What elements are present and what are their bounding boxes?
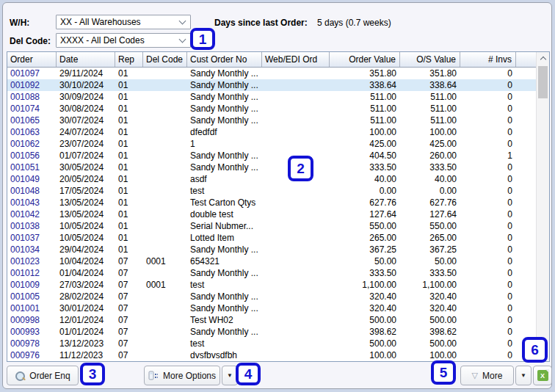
table-cell: Serial Nubmer... xyxy=(187,220,262,232)
table-cell xyxy=(262,185,330,197)
table-row[interactable]: 00103429/04/202401Sandy Monthly ...367.2… xyxy=(7,244,536,255)
orders-table: Order Date Rep Del Code Cust Order No We… xyxy=(7,51,550,362)
table-cell: 29/11/2024 xyxy=(57,68,115,79)
column-header-filler xyxy=(516,52,536,67)
table-row[interactable]: 00100130/01/202407Sandy Monthly ...320.4… xyxy=(7,302,536,314)
table-cell xyxy=(262,197,330,208)
table-cell: 001092 xyxy=(7,79,57,91)
table-cell: 50.00 xyxy=(330,255,400,267)
table-row[interactable]: 00104817/05/202401test0.000.000 xyxy=(7,185,536,197)
table-cell-filler xyxy=(516,326,536,338)
table-cell: 100.00 xyxy=(400,126,460,138)
table-row[interactable]: 00100927/03/2024070001test1,100.001,100.… xyxy=(7,279,536,291)
table-row[interactable]: 00105601/07/202401Sandy Monthly ...404.5… xyxy=(7,150,536,161)
table-cell-filler xyxy=(516,302,536,314)
table-row[interactable]: 00109230/10/202401Sandy Monthly ...338.6… xyxy=(7,79,536,91)
more-options-button-label: More Options xyxy=(163,371,216,381)
table-cell: 511.00 xyxy=(400,115,460,126)
export-to-excel-button[interactable] xyxy=(533,366,552,385)
table-row[interactable]: 00097813/12/202307test500.00500.000 xyxy=(7,338,536,349)
table-row[interactable]: 00097611/12/202307dvsfbvsdfbh100.00100.0… xyxy=(7,349,536,361)
column-header-num-invs[interactable]: # Invs xyxy=(460,52,516,67)
table-cell: Sandy Monthly ... xyxy=(187,103,262,115)
del-code-select[interactable]: XXXX - All Del Codes xyxy=(56,33,191,48)
table-cell: 07 xyxy=(115,349,143,361)
table-row[interactable]: 00109729/11/202401Sandy Monthly ...351.8… xyxy=(7,68,536,79)
table-row[interactable]: 00102310/04/202407000165432150.0050.000 xyxy=(7,255,536,267)
column-header-os-value[interactable]: O/S Value xyxy=(400,52,460,67)
warehouse-select[interactable]: XX - All Warehouses xyxy=(56,15,191,29)
table-row[interactable]: 00104213/05/202401double test127.64127.6… xyxy=(7,208,536,220)
table-cell: 001049 xyxy=(7,173,57,185)
callout-3: 3 xyxy=(80,363,105,385)
table-row[interactable]: 00103810/05/202401Serial Nubmer...550.00… xyxy=(7,220,536,232)
table-cell: 0 xyxy=(460,185,516,197)
order-enq-button[interactable]: Order Enq xyxy=(7,366,79,385)
table-row[interactable]: 00099812/01/202407Test WH02500.00500.000 xyxy=(7,314,536,326)
table-cell: 28/02/2024 xyxy=(57,291,115,302)
table-cell xyxy=(143,185,187,197)
column-header-date[interactable]: Date xyxy=(57,52,115,67)
table-cell: 24/07/2024 xyxy=(57,126,115,138)
column-header-order[interactable]: Order xyxy=(7,52,57,67)
table-cell: 13/05/2024 xyxy=(57,208,115,220)
table-cell: 01/07/2024 xyxy=(57,150,115,161)
table-row[interactable]: 00099301/01/202407Sandy Monthly ...398.6… xyxy=(7,326,536,338)
chevron-down-icon xyxy=(179,17,186,24)
table-cell xyxy=(143,267,187,279)
table-cell: 01 xyxy=(115,185,143,197)
scrollbar-thumb[interactable] xyxy=(538,66,548,98)
table-row[interactable]: 00106530/07/202401Sandy Monthly ...511.0… xyxy=(7,115,536,126)
table-row[interactable]: 00104313/05/202401Test Carton Qtys627.76… xyxy=(7,197,536,208)
table-cell: 001034 xyxy=(7,244,57,255)
orders-table-body: 00109729/11/202401Sandy Monthly ...351.8… xyxy=(7,68,536,361)
column-header-order-value[interactable]: Order Value xyxy=(330,52,400,67)
chevron-up-icon xyxy=(540,57,545,62)
table-cell-filler xyxy=(516,291,536,302)
table-cell-filler xyxy=(516,91,536,103)
table-row[interactable]: 00106223/07/2024011425.00425.000 xyxy=(7,138,536,150)
table-cell: 07 xyxy=(115,302,143,314)
table-cell: 351.80 xyxy=(330,68,400,79)
column-header-web-edi-ord[interactable]: Web/EDI Ord xyxy=(262,52,330,67)
table-cell: 338.64 xyxy=(400,79,460,91)
table-cell: 1,100.00 xyxy=(400,279,460,291)
column-header-cust-order-no[interactable]: Cust Order No xyxy=(187,52,262,67)
column-header-rep[interactable]: Rep xyxy=(115,52,143,67)
more-dropdown-button[interactable]: ▼ xyxy=(515,366,532,385)
table-row[interactable]: 00107430/08/202401Sandy Monthly ...511.0… xyxy=(7,103,536,115)
table-cell: 01 xyxy=(115,173,143,185)
more-options-button[interactable]: More Options xyxy=(144,366,220,385)
table-cell xyxy=(262,279,330,291)
table-row[interactable]: 00108830/09/202401Sandy Monthly ...511.0… xyxy=(7,91,536,103)
table-cell: 320.40 xyxy=(330,291,400,302)
table-cell: 001023 xyxy=(7,255,57,267)
table-cell: 000993 xyxy=(7,326,57,338)
table-row[interactable]: 00106324/07/202401dfedfdf100.00100.000 xyxy=(7,126,536,138)
scroll-up-button[interactable] xyxy=(537,52,549,65)
vertical-scrollbar[interactable] xyxy=(536,52,549,361)
table-cell-filler xyxy=(516,103,536,115)
scrollbar-track[interactable] xyxy=(537,65,549,349)
table-row[interactable]: 00103710/05/202401Lotted Item265.00265.0… xyxy=(7,232,536,244)
table-cell: 17/05/2024 xyxy=(57,185,115,197)
table-cell: 500.00 xyxy=(400,314,460,326)
column-header-del-code[interactable]: Del Code xyxy=(143,52,187,67)
table-cell: 0 xyxy=(460,326,516,338)
table-cell: 01 xyxy=(115,244,143,255)
table-cell: dfedfdf xyxy=(187,126,262,138)
table-cell: Sandy Monthly ... xyxy=(187,79,262,91)
table-cell-filler xyxy=(516,115,536,126)
table-row[interactable]: 00104920/05/202401asdf40.0040.000 xyxy=(7,173,536,185)
table-cell: 0 xyxy=(460,161,516,173)
table-cell-filler xyxy=(516,185,536,197)
table-cell xyxy=(143,291,187,302)
table-cell: 500.00 xyxy=(400,338,460,349)
more-button[interactable]: ▽ More xyxy=(460,366,514,385)
table-row[interactable]: 00100528/02/202407Sandy Monthly ...320.4… xyxy=(7,291,536,302)
table-cell: 07 xyxy=(115,314,143,326)
table-row[interactable]: 00101201/04/202407Sandy Monthly ...333.5… xyxy=(7,267,536,279)
table-row[interactable]: 00105130/05/202401Sandy Monthly ...333.5… xyxy=(7,161,536,173)
table-cell xyxy=(262,349,330,361)
table-cell: 0 xyxy=(460,338,516,349)
